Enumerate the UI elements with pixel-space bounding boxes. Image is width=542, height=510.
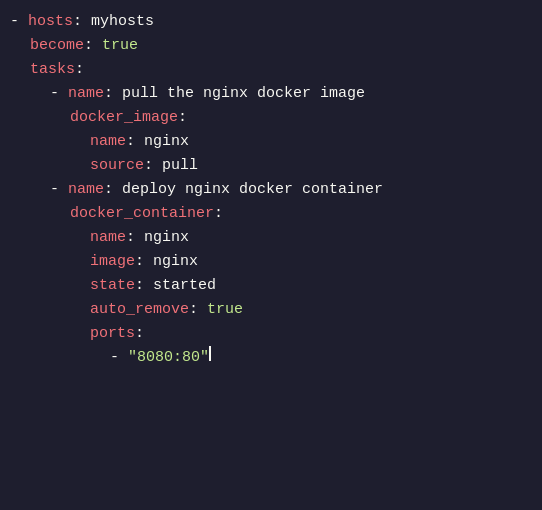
code-token: nginx <box>144 130 189 154</box>
code-token: image <box>90 250 135 274</box>
code-token: tasks <box>30 58 75 82</box>
code-token: auto_remove <box>90 298 189 322</box>
code-line: source: pull <box>10 154 542 178</box>
code-line: auto_remove: true <box>10 298 542 322</box>
code-token: started <box>153 274 216 298</box>
code-line: ports: <box>10 322 542 346</box>
code-token: deploy nginx docker container <box>122 178 383 202</box>
code-token: : <box>126 130 144 154</box>
code-line: docker_container: <box>10 202 542 226</box>
code-line: image: nginx <box>10 250 542 274</box>
code-token: "8080:80" <box>128 346 209 370</box>
code-token: name <box>90 226 126 250</box>
code-token: become <box>30 34 84 58</box>
code-token: pull the nginx docker image <box>122 82 365 106</box>
code-line: name: nginx <box>10 130 542 154</box>
code-token: name <box>68 82 104 106</box>
code-token: : <box>178 106 187 130</box>
code-token: : <box>135 274 153 298</box>
code-token: - <box>110 346 128 370</box>
code-token: - <box>50 178 68 202</box>
code-line: tasks: <box>10 58 542 82</box>
code-token: : <box>126 226 144 250</box>
code-line: - hosts: myhosts <box>10 10 542 34</box>
code-token: hosts <box>28 10 73 34</box>
code-token: source <box>90 154 144 178</box>
code-token: nginx <box>144 226 189 250</box>
code-token: : <box>135 250 153 274</box>
code-token: : <box>84 34 102 58</box>
code-token: docker_image <box>70 106 178 130</box>
code-line: - name: pull the nginx docker image <box>10 82 542 106</box>
code-token: ports <box>90 322 135 346</box>
code-token: name <box>68 178 104 202</box>
text-cursor <box>209 346 211 361</box>
code-line: state: started <box>10 274 542 298</box>
code-token: name <box>90 130 126 154</box>
code-token: docker_container <box>70 202 214 226</box>
code-token: state <box>90 274 135 298</box>
code-token: : <box>189 298 207 322</box>
code-token: nginx <box>153 250 198 274</box>
code-token: : <box>104 178 122 202</box>
code-token: myhosts <box>91 10 154 34</box>
code-token: : <box>135 322 144 346</box>
code-line: become: true <box>10 34 542 58</box>
code-token: true <box>102 34 138 58</box>
code-line: - "8080:80" <box>10 346 542 370</box>
code-token: : <box>214 202 223 226</box>
code-editor: - hosts: myhostsbecome: truetasks:- name… <box>0 0 542 380</box>
code-token: pull <box>162 154 198 178</box>
code-token: true <box>207 298 243 322</box>
code-token: : <box>104 82 122 106</box>
code-token: - <box>10 10 28 34</box>
code-line: docker_image: <box>10 106 542 130</box>
code-line: name: nginx <box>10 226 542 250</box>
code-line: - name: deploy nginx docker container <box>10 178 542 202</box>
code-token: : <box>75 58 84 82</box>
code-token: : <box>73 10 91 34</box>
code-token: : <box>144 154 162 178</box>
code-token: - <box>50 82 68 106</box>
